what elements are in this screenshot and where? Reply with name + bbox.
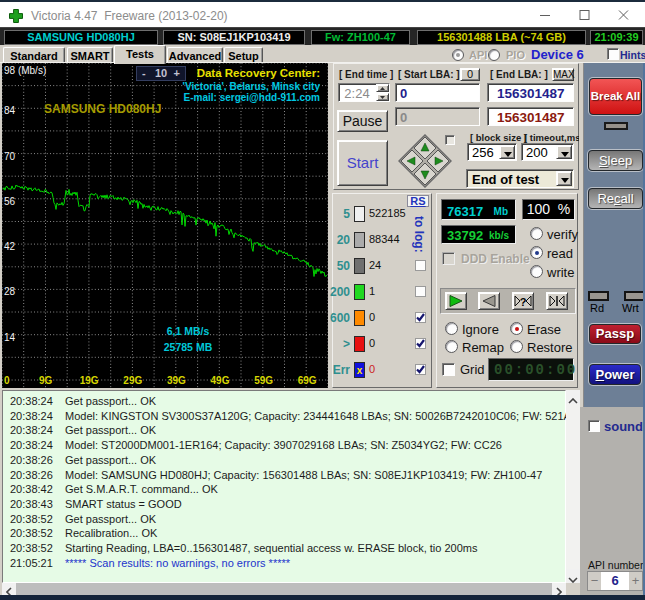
svg-text:0: 0 xyxy=(4,375,10,386)
svg-text:19G: 19G xyxy=(80,375,99,386)
svg-text:84: 84 xyxy=(4,105,16,116)
svg-text:49G: 49G xyxy=(211,375,230,386)
svg-text:42: 42 xyxy=(4,241,16,252)
svg-text:28: 28 xyxy=(4,286,16,297)
svg-text:9G: 9G xyxy=(39,375,53,386)
svg-text:70: 70 xyxy=(4,151,16,162)
svg-text:29G: 29G xyxy=(123,375,142,386)
svg-text:39G: 39G xyxy=(167,375,186,386)
svg-text:69G: 69G xyxy=(298,375,317,386)
svg-text:14: 14 xyxy=(4,332,16,343)
svg-text:59G: 59G xyxy=(254,375,273,386)
svg-text:98 (Mb/s): 98 (Mb/s) xyxy=(4,65,46,76)
svg-text:56: 56 xyxy=(4,196,16,207)
